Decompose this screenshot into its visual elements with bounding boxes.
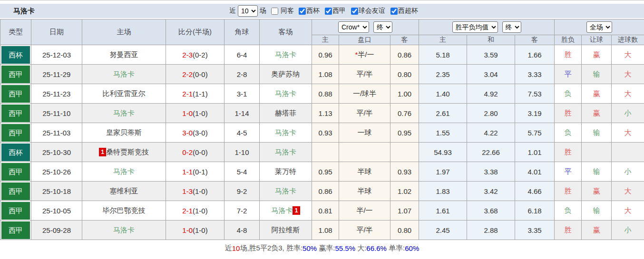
league-type-badge: 西甲	[1, 66, 30, 83]
league-type-cell: 西杯	[0, 45, 31, 65]
away-team-cell: 莱万特	[260, 162, 312, 182]
goals-result-cell: 小	[612, 221, 644, 240]
home-team-cell: 毕尔巴鄂竞技	[82, 201, 166, 221]
handicap-result-cell: 赢	[582, 104, 612, 123]
handicap-line: 一/球半	[353, 89, 376, 97]
handicap-line-cell: *半/一	[339, 45, 390, 65]
away-team-cell: 马洛卡	[260, 84, 312, 104]
corner-cell: 5-4	[224, 162, 260, 182]
competition-filter-checkbox[interactable]	[351, 8, 358, 15]
subheader-draw: 和	[467, 35, 515, 45]
score-cell: 2-1(1-1)	[166, 84, 224, 104]
halftime-score: (3-0)	[193, 129, 208, 137]
recent-count-select[interactable]: 10	[238, 5, 258, 17]
handicap-line-cell	[339, 143, 390, 162]
handicap-line-cell: 一/球半	[339, 84, 390, 104]
same-away-checkbox[interactable]	[271, 8, 278, 15]
handicap-away-odds-cell: 0.86	[390, 45, 419, 65]
odds-final-select[interactable]: 终	[373, 21, 392, 33]
header-row-groups: 类型 日期 主场 比分(半场) 角球 客场 Crow* 终 胜平负均值 终	[0, 19, 644, 35]
handicap-result-cell	[582, 143, 612, 162]
header-type: 类型	[0, 19, 31, 45]
home-team-name: 马洛卡	[113, 70, 135, 78]
handicap-line-cell: 一球	[339, 123, 390, 143]
result-cell: 负	[555, 84, 582, 104]
away-team-name: 马洛卡	[271, 206, 293, 214]
home-team-name: 桑特贾斯竞技	[106, 148, 149, 156]
handicap-line: 半球	[358, 187, 372, 195]
result-cell: 胜	[555, 221, 582, 240]
header-away: 客场	[260, 19, 312, 45]
corner-cell: 4-5	[224, 123, 260, 143]
away-team-cell: 阿拉维斯	[260, 221, 312, 240]
handicap-home-odds-cell: 0.95	[312, 162, 339, 182]
lose-odds-cell: 6.18	[515, 201, 555, 221]
europe-final-select[interactable]: 终	[502, 21, 521, 33]
league-type-cell: 西甲	[0, 201, 31, 221]
away-team-cell: 赫塔菲	[260, 104, 312, 123]
table-row: 西甲 25-11-03 皇家贝蒂斯 3-0(3-0) 4-5 马洛卡 0.93 …	[0, 123, 644, 143]
lose-odds-cell: 5.75	[515, 123, 555, 143]
competition-filter-checkbox[interactable]	[390, 8, 398, 15]
handicap-line: 半/一	[358, 50, 374, 58]
top-strip	[0, 0, 644, 4]
competition-filter: 西超杯	[388, 7, 419, 14]
date-cell: 25-10-18	[31, 182, 82, 201]
home-team-name: 比利亚雷亚尔	[103, 89, 146, 97]
footer-segment: 60%	[405, 244, 419, 252]
handicap-result-cell: 赢	[582, 45, 612, 65]
odds-source-select[interactable]: Crow*	[338, 21, 369, 33]
score-cell: 2-2(0-0)	[166, 65, 224, 84]
table-row: 西甲 25-11-10 马洛卡 1-0(1-0) 1-14 赫塔菲 1.13 平…	[0, 104, 644, 123]
scope-select[interactable]: 全场	[586, 21, 612, 33]
table-row: 西杯 25-12-03 努曼西亚 2-3(0-2) 6-4 马洛卡 0.96 *…	[0, 45, 644, 65]
score-cell: 1-3(1-0)	[166, 182, 224, 201]
lose-odds-cell: 3.35	[515, 221, 555, 240]
result-cell: 胜	[555, 104, 582, 123]
home-team-cell: 努曼西亚	[82, 45, 166, 65]
draw-odds-cell: 3.68	[467, 201, 515, 221]
handicap-away-odds-cell: 0.76	[390, 104, 419, 123]
away-team-name: 奥萨苏纳	[272, 70, 300, 78]
corner-cell: 6-4	[224, 45, 260, 65]
competition-filter-checkbox[interactable]	[299, 8, 306, 15]
recent-label: 近	[229, 7, 236, 15]
handicap-result-cell: 赢	[582, 221, 612, 240]
home-team-cell: 皇家贝蒂斯	[82, 123, 166, 143]
handicap-away-odds-cell: 0.80	[390, 221, 419, 240]
lose-odds-cell: 1.66	[515, 45, 555, 65]
date-cell: 25-10-26	[31, 162, 82, 182]
match-table: 类型 日期 主场 比分(半场) 角球 客场 Crow* 终 胜平负均值 终	[0, 19, 644, 240]
win-odds-cell: 1.83	[419, 182, 467, 201]
competition-filter-checkbox[interactable]	[325, 8, 332, 15]
halftime-score: (1-0)	[193, 109, 208, 117]
handicap-away-odds-cell: 0.95	[390, 123, 419, 143]
home-team-name: 皇家贝蒂斯	[106, 128, 142, 136]
win-odds-cell: 1.55	[419, 123, 467, 143]
handicap-result-cell: 输	[582, 65, 612, 84]
handicap-away-odds-cell: 0.93	[390, 162, 419, 182]
header-home: 主场	[82, 19, 166, 45]
home-team-cell: 1桑特贾斯竞技	[82, 143, 166, 162]
home-team-name: 马洛卡	[113, 226, 135, 234]
away-team-name: 马洛卡	[275, 89, 296, 97]
goals-result-cell	[612, 143, 644, 162]
header-date: 日期	[31, 19, 82, 45]
fulltime-score: 2-1	[182, 90, 193, 98]
title-bar: 马洛卡 近 10 场 同客 西杯 西甲 球会友谊 西超杯	[0, 4, 644, 19]
subheader-handicap-home: 主	[312, 35, 339, 45]
home-team-cell: 马洛卡	[82, 65, 166, 84]
goals-result-cell: 大	[612, 84, 644, 104]
subheader-handicap-result: 让球	[582, 35, 612, 45]
halftime-score: (0-0)	[193, 148, 208, 156]
handicap-result-cell: 输	[582, 162, 612, 182]
red-card-badge: 1	[99, 148, 106, 156]
home-team-cell: 比利亚雷亚尔	[82, 84, 166, 104]
handicap-away-odds-cell: 1.07	[390, 201, 419, 221]
europe-avg-select[interactable]: 胜平负均值	[452, 21, 498, 33]
footer-segment: 50%	[302, 244, 317, 252]
fulltime-score: 2-1	[182, 207, 193, 215]
handicap-line: 一球	[358, 128, 372, 136]
draw-odds-cell: 22.66	[467, 143, 515, 162]
league-type-badge: 西甲	[1, 105, 30, 122]
